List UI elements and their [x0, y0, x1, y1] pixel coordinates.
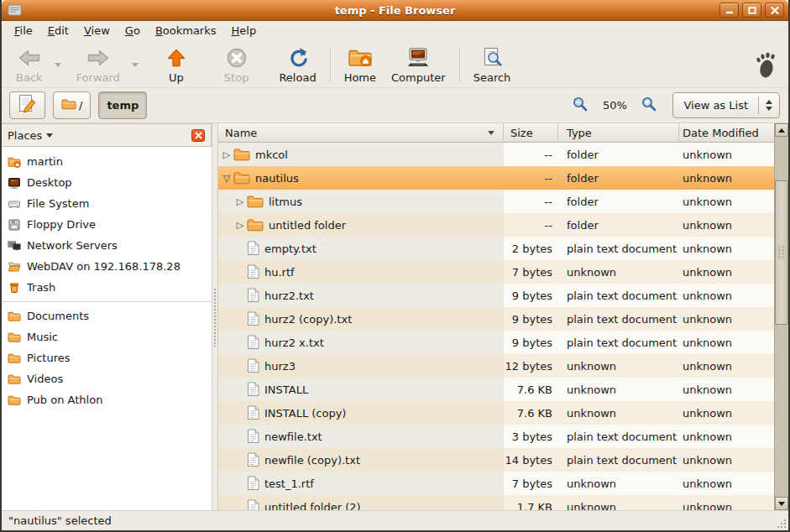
file-type: folder	[558, 219, 679, 232]
toolbar-separator	[330, 47, 331, 82]
places-header[interactable]: Places	[2, 123, 212, 147]
sidebar-item-martin[interactable]: martin	[2, 151, 212, 172]
forward-dropdown[interactable]	[128, 43, 143, 86]
table-row[interactable]: hu.rtf7 bytesunknownunknown	[218, 260, 774, 284]
table-row[interactable]: ▽nautilus--folderunknown	[218, 166, 774, 190]
table-row[interactable]: hurz2 (copy).txt9 bytesplain text docume…	[218, 307, 774, 331]
edit-location-button[interactable]	[9, 91, 45, 119]
close-sidebar-button[interactable]	[191, 129, 205, 142]
folder-icon	[233, 171, 250, 185]
column-header-date-modified[interactable]: Date Modified	[679, 123, 774, 142]
sidebar-item-floppy-drive[interactable]: Floppy Drive	[2, 214, 212, 235]
file-date-modified: unknown	[679, 501, 774, 511]
file-date-modified: unknown	[679, 313, 774, 326]
table-row[interactable]: INSTALL (copy)7.6 KBunknownunknown	[218, 401, 774, 425]
menu-bookmarks[interactable]: Bookmarks	[148, 22, 224, 39]
column-header-name[interactable]: Name	[218, 123, 504, 142]
sidebar-item-desktop[interactable]: Desktop	[2, 172, 212, 193]
spin-arrows-icon	[759, 100, 779, 111]
table-row[interactable]: newfile (copy).txt14 bytesplain text doc…	[218, 448, 774, 472]
sidebar-item-trash[interactable]: Trash	[2, 277, 212, 298]
menu-help[interactable]: Help	[224, 22, 264, 39]
computer-button[interactable]: Computer	[384, 43, 453, 86]
close-button[interactable]	[765, 3, 784, 18]
sidebar-item-webdav-on-192-168-178-28[interactable]: WebDAV on 192.168.178.28	[2, 256, 212, 277]
sidebar-item-label: Trash	[27, 281, 55, 294]
zoom-out-icon	[573, 96, 588, 114]
column-header-type[interactable]: Type	[558, 123, 679, 142]
sidebar-item-music[interactable]: Music	[2, 326, 212, 347]
network-icon	[8, 239, 21, 253]
scroll-up-button[interactable]	[775, 123, 788, 137]
expander-collapsed-icon[interactable]: ▷	[235, 221, 245, 230]
resize-grip[interactable]	[776, 518, 787, 529]
up-arrow-icon	[165, 45, 187, 70]
zoom-in-button[interactable]	[640, 95, 658, 116]
expander-collapsed-icon[interactable]: ▷	[235, 197, 245, 206]
table-row[interactable]: empty.txt2 bytesplain text documentunkno…	[218, 237, 774, 260]
file-size: 7 bytes	[504, 477, 558, 490]
view-mode-select[interactable]: View as List	[672, 92, 780, 118]
sidebar-item-videos[interactable]: Videos	[2, 368, 212, 389]
file-size: 3 bytes	[504, 430, 558, 443]
forward-button[interactable]: Forward	[69, 43, 128, 86]
table-row[interactable]: hurz312 bytesunknownunknown	[218, 354, 774, 378]
scroll-down-button[interactable]	[775, 497, 788, 510]
menu-edit[interactable]: Edit	[40, 22, 76, 39]
up-button[interactable]: Up	[158, 43, 195, 86]
toolbar: Back Forward Up Stop Reload Home Compute…	[2, 40, 788, 88]
home-button[interactable]: Home	[337, 43, 384, 86]
back-dropdown[interactable]	[50, 43, 65, 86]
table-row[interactable]: ▷litmus--folderunknown	[218, 190, 774, 213]
toolbar-separator	[459, 47, 460, 82]
reload-button[interactable]: Reload	[271, 43, 323, 86]
maximize-button[interactable]	[742, 3, 761, 18]
table-row[interactable]: hurz2 x.txt9 bytesplain text documentunk…	[218, 331, 774, 354]
stop-button[interactable]: Stop	[217, 43, 257, 86]
desktop-icon	[8, 176, 21, 190]
sidebar-item-pub-on-athlon[interactable]: Pub on Athlon	[2, 389, 212, 410]
file-icon	[247, 382, 259, 397]
sidebar-splitter[interactable]	[212, 123, 218, 510]
expander-expanded-icon[interactable]: ▽	[222, 174, 232, 183]
menubar: File Edit View Go Bookmarks Help	[2, 21, 788, 40]
minimize-button[interactable]	[719, 3, 739, 18]
sidebar-item-network-servers[interactable]: Network Servers	[2, 235, 212, 256]
column-header-size[interactable]: Size	[504, 123, 558, 142]
file-name: INSTALL (copy)	[264, 407, 346, 420]
sidebar-item-pictures[interactable]: Pictures	[2, 347, 212, 368]
path-root-button[interactable]: /	[53, 91, 91, 119]
file-icon	[247, 405, 259, 420]
folder-icon	[8, 331, 21, 344]
zoom-out-button[interactable]	[571, 95, 589, 116]
vertical-scrollbar[interactable]	[774, 123, 788, 510]
table-row[interactable]: hurz2.txt9 bytesplain text documentunkno…	[218, 284, 774, 307]
table-row[interactable]: test_1.rtf7 bytesunknownunknown	[218, 472, 774, 495]
menu-file[interactable]: File	[7, 22, 40, 39]
titlebar[interactable]: temp - File Browser	[2, 0, 788, 21]
places-label: Places	[8, 129, 42, 142]
path-current-button[interactable]: temp	[98, 91, 147, 119]
reload-icon	[287, 45, 309, 70]
table-row[interactable]: newfile.txt3 bytesplain text documentunk…	[218, 425, 774, 448]
table-row[interactable]: ▷mkcol--folderunknown	[218, 143, 774, 166]
menu-go[interactable]: Go	[118, 22, 148, 39]
back-button[interactable]: Back	[8, 43, 50, 86]
file-size: --	[504, 149, 558, 161]
folder-icon	[247, 218, 264, 232]
scrollbar-track[interactable]	[775, 137, 788, 497]
sidebar-item-documents[interactable]: Documents	[2, 305, 212, 326]
table-row[interactable]: ▷untitled folder--folderunknown	[218, 213, 774, 237]
expander-collapsed-icon[interactable]: ▷	[222, 150, 232, 159]
sidebar-item-file-system[interactable]: File System	[2, 193, 212, 214]
file-date-modified: unknown	[679, 196, 774, 208]
table-row[interactable]: INSTALL7.6 KBunknownunknown	[218, 378, 774, 401]
file-icon	[247, 358, 259, 373]
scrollbar-thumb[interactable]	[775, 180, 788, 325]
menu-view[interactable]: View	[76, 22, 118, 39]
table-row[interactable]: untitled folder (2)1.7 KBunknownunknown	[218, 495, 774, 510]
sidebar-item-label: Floppy Drive	[27, 218, 96, 231]
search-button[interactable]: Search	[466, 43, 519, 86]
file-date-modified: unknown	[679, 430, 774, 443]
path-current-label: temp	[107, 99, 139, 112]
